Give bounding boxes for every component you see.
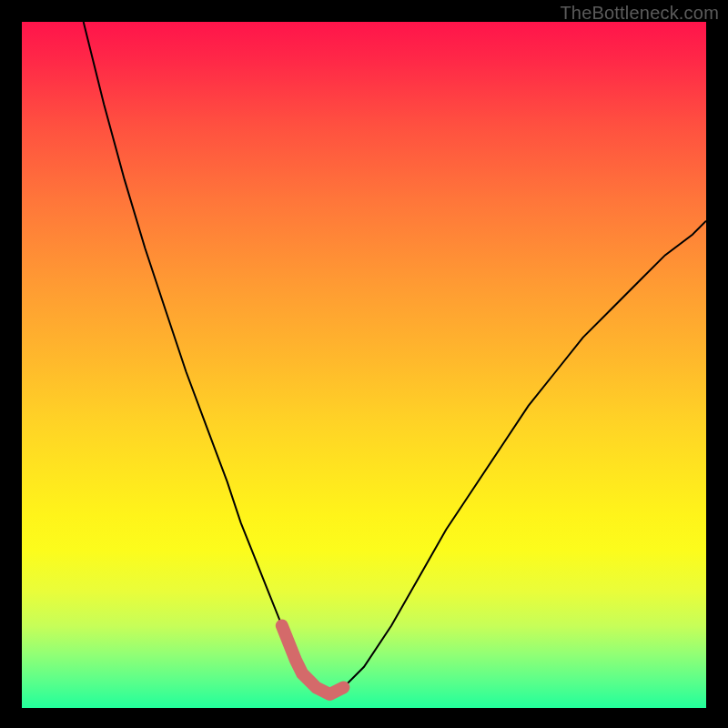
chart-svg [22, 22, 706, 708]
plot-area [22, 22, 706, 708]
chart-frame: TheBottleneck.com [0, 0, 728, 728]
watermark-text: TheBottleneck.com [560, 3, 719, 24]
bottleneck-highlight [282, 626, 344, 694]
bottleneck-curve [84, 22, 706, 694]
